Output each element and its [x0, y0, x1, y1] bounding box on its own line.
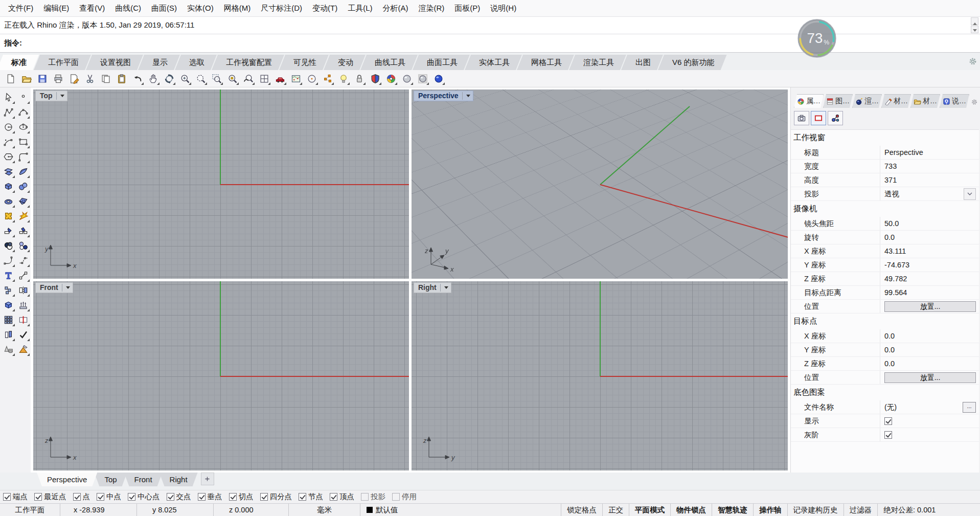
ribbon-tab-6[interactable]: 工作视窗配置: [212, 55, 284, 70]
checkbox[interactable]: [97, 493, 104, 501]
checkbox[interactable]: [884, 417, 892, 425]
panel-tab-3[interactable]: 渲…: [852, 94, 882, 108]
panel-tool-red-rect[interactable]: [811, 111, 826, 125]
ribbon-tab-1[interactable]: 标准: [0, 55, 39, 70]
ribbon-tab-13[interactable]: 渲染工具: [569, 55, 626, 70]
zoom-dynamic-button[interactable]: [193, 71, 208, 86]
sheet-button[interactable]: [16, 164, 31, 179]
osnap-顶点[interactable]: 顶点: [330, 492, 354, 502]
osnap-垂点[interactable]: 垂点: [198, 492, 222, 502]
viewport-perspective[interactable]: Perspective z y x: [412, 89, 788, 279]
solid-cube-button[interactable]: [1, 298, 16, 312]
menu-item-2[interactable]: 编辑(E): [38, 0, 74, 16]
ribbon-tab-14[interactable]: 出图: [621, 55, 663, 70]
menu-item-8[interactable]: 尺寸标注(D): [256, 0, 307, 16]
menu-item-1[interactable]: 文件(F): [3, 0, 38, 16]
viewport-tab-top[interactable]: Top: [94, 473, 127, 486]
prop-value-text[interactable]: 371: [884, 176, 897, 184]
zoom-extents-button[interactable]: [177, 71, 192, 86]
bool-circles-button[interactable]: [1, 238, 16, 253]
checkbox[interactable]: [229, 493, 237, 501]
checkbox[interactable]: [392, 493, 400, 501]
panel-tab-4[interactable]: 材…: [881, 94, 911, 108]
layout-4-button[interactable]: [257, 71, 271, 86]
viewport-front[interactable]: Front z x: [33, 281, 409, 470]
prop-value-text[interactable]: 0.0: [884, 233, 895, 241]
point-cloud-button[interactable]: [16, 238, 31, 253]
viewport-top[interactable]: Top y x: [33, 89, 409, 279]
ribbon-tab-10[interactable]: 曲面工具: [413, 55, 470, 70]
ribbon-tab-2[interactable]: 工作平面: [34, 55, 91, 70]
osnap-点[interactable]: 点: [73, 492, 90, 502]
menu-item-10[interactable]: 工具(L): [343, 0, 377, 16]
mesh-srf-button[interactable]: [16, 194, 31, 209]
gear-icon[interactable]: [968, 57, 977, 66]
cut-button[interactable]: [82, 71, 97, 86]
viewport-tab-right[interactable]: Right: [159, 473, 198, 486]
status-item-13[interactable]: 记录建构历史: [788, 504, 844, 516]
status-item-9[interactable]: 平面模式: [629, 504, 671, 516]
status-item-11[interactable]: 智慧轨迹: [712, 504, 754, 516]
prop-value-text[interactable]: 50.0: [884, 219, 899, 228]
visibility-button[interactable]: [1, 327, 16, 342]
checkbox[interactable]: [884, 431, 892, 439]
panel-tab-2[interactable]: 图…: [823, 94, 853, 108]
ribbon-tab-9[interactable]: 曲线工具: [360, 55, 418, 70]
menu-item-11[interactable]: 分析(A): [377, 0, 413, 16]
puzzle-button[interactable]: [1, 209, 16, 223]
cones-button[interactable]: [1, 342, 16, 357]
print-button[interactable]: [51, 71, 65, 86]
spheres-button[interactable]: [16, 179, 31, 194]
bulb-button[interactable]: [336, 71, 351, 86]
checkbox[interactable]: [260, 493, 268, 501]
car-button[interactable]: [272, 71, 287, 86]
panel-tool-molecule[interactable]: [828, 111, 843, 125]
menu-item-5[interactable]: 曲面(S): [146, 0, 182, 16]
polyline-button[interactable]: [1, 105, 16, 120]
status-item-12[interactable]: 操作轴: [754, 504, 788, 516]
prop-value-text[interactable]: 49.782: [884, 275, 907, 283]
menu-item-14[interactable]: 说明(H): [485, 0, 521, 16]
osnap-节点[interactable]: 节点: [299, 492, 323, 502]
blend-curve-button[interactable]: [16, 253, 31, 268]
text-button[interactable]: [1, 268, 16, 283]
map-button[interactable]: [288, 71, 303, 86]
polygon-button[interactable]: [1, 149, 16, 164]
ribbon-tab-11[interactable]: 实体工具: [465, 55, 522, 70]
ribbon-tab-8[interactable]: 变动: [324, 55, 366, 70]
rotate-view-button[interactable]: [162, 71, 176, 86]
pan-button[interactable]: [146, 71, 161, 86]
extrude-button[interactable]: [16, 298, 31, 312]
place-button[interactable]: 放置...: [884, 372, 976, 383]
prop-value-text[interactable]: 透视: [884, 189, 899, 199]
ribbon-tab-5[interactable]: 选取: [175, 55, 217, 70]
prop-value-text[interactable]: (无): [884, 402, 897, 412]
patch-button[interactable]: [1, 164, 16, 179]
prop-value-text[interactable]: 99.564: [884, 288, 907, 297]
status-item-7[interactable]: 锁定格点: [561, 504, 603, 516]
checkbox[interactable]: [361, 493, 369, 501]
zoom-back-button[interactable]: [241, 71, 256, 86]
panel-tab-1[interactable]: 属…: [794, 94, 824, 108]
sphere-gray-button[interactable]: [399, 71, 414, 86]
checkbox[interactable]: [128, 493, 135, 501]
trim-button[interactable]: [1, 223, 16, 238]
checkbox[interactable]: [330, 493, 337, 501]
prop-value-text[interactable]: -74.673: [884, 261, 909, 269]
checkbox[interactable]: [3, 493, 11, 501]
status-item-10[interactable]: 物件锁点: [671, 504, 712, 516]
viewport-label-perspective[interactable]: Perspective: [414, 91, 473, 101]
menu-item-4[interactable]: 曲线(C): [110, 0, 146, 16]
ribbon-tab-7[interactable]: 可见性: [279, 55, 329, 70]
control-curve-button[interactable]: [16, 105, 31, 120]
array-button[interactable]: [1, 312, 16, 327]
menu-item-13[interactable]: 面板(P): [449, 0, 485, 16]
prop-value-text[interactable]: Perspective: [884, 148, 923, 156]
ellipse-button[interactable]: [16, 120, 31, 134]
copy-button[interactable]: [98, 71, 113, 86]
menu-item-7[interactable]: 网格(M): [219, 0, 256, 16]
arc-button[interactable]: [1, 134, 16, 149]
select-button[interactable]: [1, 90, 16, 105]
ribbon-tab-15[interactable]: V6 的新功能: [658, 55, 727, 70]
osnap-端点[interactable]: 端点: [3, 492, 28, 502]
